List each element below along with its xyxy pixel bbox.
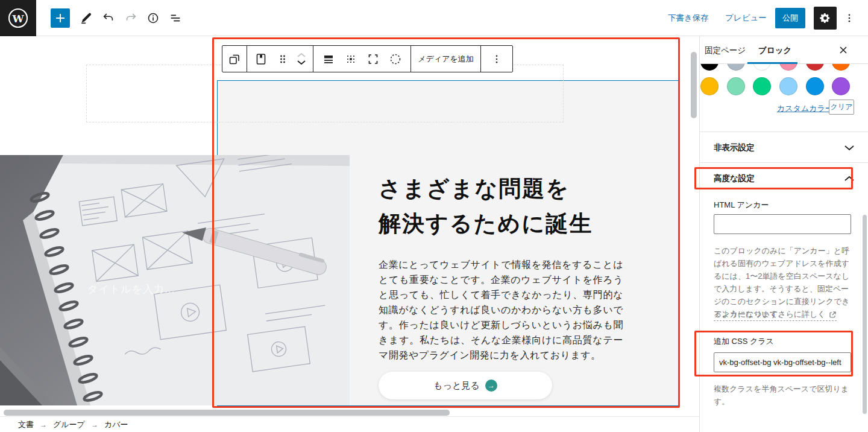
- cover-photo-image: [0, 155, 350, 405]
- visibility-settings-label: 非表示設定: [714, 142, 755, 153]
- cover-paragraph[interactable]: 企業にとってウェブサイトで情報を発信をすることはとても重要なことです。企業のウェ…: [379, 257, 623, 363]
- color-swatch-green[interactable]: [753, 77, 771, 95]
- color-swatch-blue[interactable]: [806, 77, 824, 95]
- cover-heading[interactable]: さまざまな問題を 解決するために誕生: [379, 171, 632, 241]
- options-menu-button[interactable]: [843, 11, 856, 25]
- save-draft-button[interactable]: 下書き保存: [668, 13, 709, 24]
- move-up-button[interactable]: [297, 52, 306, 58]
- drag-dots-icon: [275, 52, 290, 66]
- redo-button[interactable]: [124, 11, 138, 25]
- css-help-text: 複数クラスを半角スペースで区切ります。: [714, 383, 854, 408]
- close-sidebar-button[interactable]: [836, 43, 851, 58]
- chevron-down-icon: [844, 144, 855, 153]
- cover-heading-line2: 解決するために誕生: [379, 211, 593, 236]
- css-class-input[interactable]: [714, 352, 851, 372]
- undo-icon: [102, 11, 115, 25]
- redo-icon: [124, 11, 137, 25]
- cover-block-icon: [254, 52, 268, 66]
- content-position-grid-icon: [344, 52, 358, 66]
- list-view-button[interactable]: [168, 11, 183, 25]
- svg-text:W: W: [11, 13, 24, 25]
- plus-icon: [54, 12, 66, 24]
- wordpress-logo-button[interactable]: W: [0, 0, 36, 36]
- list-view-icon: [169, 11, 182, 25]
- tab-page[interactable]: 固定ページ: [705, 45, 746, 56]
- html-anchor-label: HTML アンカー: [714, 200, 769, 211]
- read-more-label: もっと見る: [433, 380, 479, 392]
- drag-handle[interactable]: [275, 52, 290, 66]
- color-swatch-amber[interactable]: [700, 77, 719, 95]
- breadcrumb-document[interactable]: 文書: [18, 419, 34, 430]
- empty-block-placeholder[interactable]: [86, 65, 564, 122]
- custom-color-link[interactable]: カスタムカラー: [777, 103, 833, 114]
- content-position-button[interactable]: [344, 52, 358, 66]
- cover-heading-line1: さまざまな問題を: [379, 176, 570, 201]
- publish-button[interactable]: 公開: [775, 8, 805, 28]
- pencil-icon: [80, 11, 93, 25]
- full-height-button[interactable]: [366, 52, 380, 66]
- editor-horizontal-scrollbar[interactable]: [4, 410, 450, 416]
- editor-vertical-scrollbar[interactable]: [691, 52, 697, 118]
- settings-button[interactable]: [814, 7, 837, 30]
- duotone-filter-button[interactable]: [388, 52, 403, 66]
- preview-button[interactable]: プレビュー: [725, 13, 767, 24]
- breadcrumb-separator: →: [40, 421, 47, 429]
- gear-icon: [819, 12, 831, 24]
- sidebar-header: 固定ページ ブロック: [700, 36, 868, 64]
- block-options-button[interactable]: [491, 54, 502, 65]
- add-media-button[interactable]: メディアを追加: [418, 54, 474, 65]
- parent-block-icon: [227, 52, 242, 66]
- external-link-icon: [829, 311, 837, 319]
- wordpress-icon: W: [7, 7, 29, 29]
- anchor-learn-more-link[interactable]: アンカーについてさらに詳しく: [714, 309, 837, 321]
- move-down-button[interactable]: [297, 60, 306, 65]
- html-anchor-input[interactable]: [714, 214, 851, 234]
- wordpress-block-editor: W: [0, 0, 868, 432]
- breadcrumb: 文書 → グループ → カバー: [0, 416, 699, 432]
- breadcrumb-separator: →: [91, 421, 98, 429]
- color-swatch-paleblue[interactable]: [779, 77, 797, 95]
- close-icon: [839, 46, 848, 54]
- align-icon: [321, 52, 336, 66]
- cover-block-type-button[interactable]: [254, 52, 268, 66]
- undo-button[interactable]: [101, 11, 116, 25]
- color-swatch-purple[interactable]: [832, 77, 850, 95]
- details-button[interactable]: [146, 11, 160, 25]
- breadcrumb-cover[interactable]: カバー: [104, 419, 128, 430]
- kebab-menu-icon: [491, 54, 502, 65]
- visibility-settings-section[interactable]: 非表示設定: [700, 132, 868, 162]
- top-bar: W: [0, 0, 868, 36]
- info-icon: [146, 11, 160, 25]
- chevron-down-icon: [297, 60, 306, 65]
- select-parent-block-button[interactable]: [227, 52, 242, 66]
- add-block-button[interactable]: [51, 8, 70, 28]
- css-class-label: 追加 CSS クラス: [714, 336, 774, 347]
- clear-color-button[interactable]: クリア: [829, 100, 854, 115]
- anchor-learn-more-label: アンカーについてさらに詳しく: [714, 309, 826, 320]
- editor-canvas: タイトルを入力... さまざまな問題を 解決するために誕生 企業にとってウェブサ…: [0, 36, 699, 432]
- color-swatch-lightgreen[interactable]: [727, 77, 745, 95]
- full-height-brackets-icon: [366, 52, 380, 66]
- cover-title-placeholder[interactable]: タイトルを入力...: [87, 282, 175, 296]
- chevron-up-icon: [844, 174, 855, 183]
- settings-sidebar: 固定ページ ブロック カスタムカラー クリア 非表示設定 高度な設定: [699, 36, 868, 432]
- notebook-wireframe-photo: [0, 155, 350, 405]
- breadcrumb-group[interactable]: グループ: [53, 419, 85, 430]
- block-toolbar: メディアを追加: [222, 45, 513, 72]
- duotone-circle-icon: [388, 52, 403, 66]
- active-tab-underline: [747, 62, 797, 65]
- tab-block[interactable]: ブロック: [758, 45, 791, 56]
- arrow-right-icon: →: [485, 380, 497, 392]
- sidebar-scrollbar[interactable]: [863, 215, 867, 414]
- advanced-settings-label: 高度な設定: [714, 173, 755, 184]
- tools-button[interactable]: [79, 11, 93, 25]
- advanced-settings-section[interactable]: 高度な設定: [700, 162, 868, 193]
- align-button[interactable]: [321, 52, 336, 66]
- kebab-menu-icon: [844, 13, 855, 24]
- chevron-up-icon: [297, 52, 306, 58]
- read-more-button[interactable]: もっと見る →: [379, 372, 552, 399]
